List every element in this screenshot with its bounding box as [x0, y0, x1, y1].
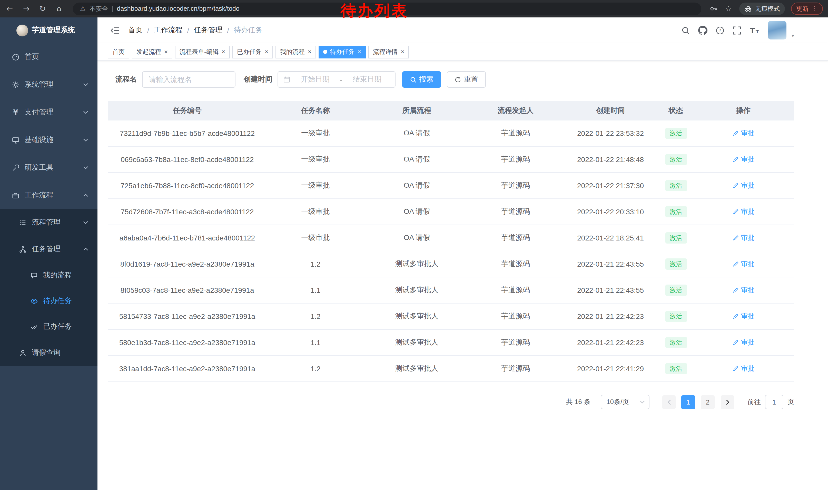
browser-menu-icon[interactable]: ⋮ — [812, 5, 818, 12]
page-number-1[interactable]: 1 — [681, 395, 695, 409]
tab-close-icon[interactable]: × — [358, 49, 361, 55]
help-icon[interactable]: ? — [716, 26, 724, 35]
approve-button[interactable]: 审批 — [732, 207, 754, 216]
create-time-cell: 2022-01-21 22:42:23 — [562, 303, 659, 329]
tab-close-icon[interactable]: × — [265, 49, 268, 55]
sidebar-collapse-icon[interactable] — [110, 26, 120, 35]
chevron-down-icon — [640, 401, 645, 404]
approve-button[interactable]: 审批 — [732, 260, 754, 269]
approve-button[interactable]: 审批 — [732, 312, 754, 321]
tab-label: 首页 — [112, 47, 125, 56]
tab-label: 待办任务 — [330, 47, 355, 56]
font-size-icon[interactable]: T T — [749, 26, 760, 35]
approve-button[interactable]: 审批 — [732, 181, 754, 190]
browser-reload-icon[interactable]: ↻ — [38, 4, 47, 13]
approve-button[interactable]: 审批 — [732, 129, 754, 138]
page: ← → ↻ ⌂ ⚠ 不安全 dashboard.yudao.iocoder.cn… — [0, 0, 828, 504]
tab-close-icon[interactable]: × — [164, 49, 168, 55]
sidebar-item-system[interactable]: 系统管理 — [0, 71, 97, 98]
search-icon[interactable] — [681, 26, 690, 35]
sidebar-item-task-management[interactable]: 任务管理 — [0, 236, 97, 263]
approve-button[interactable]: 审批 — [732, 233, 754, 242]
actions-cell: 审批 — [693, 199, 794, 225]
header-actions: ? T T ▾ — [681, 21, 828, 40]
tab-close-icon[interactable]: × — [222, 49, 225, 55]
task-name-cell: 1.2 — [267, 303, 364, 329]
approve-button[interactable]: 审批 — [732, 338, 754, 347]
tab-已办任务[interactable]: 已办任务× — [233, 45, 273, 58]
task-id-cell: 725a1eb6-7b88-11ec-8ef0-acde48001122 — [108, 173, 267, 199]
browser-home-icon[interactable]: ⌂ — [54, 4, 64, 13]
avatar-caret-icon[interactable]: ▾ — [792, 33, 794, 40]
sidebar-item-home[interactable]: 首页 — [0, 43, 97, 71]
create-time-cell: 2022-01-22 20:33:10 — [562, 199, 659, 225]
tab-close-icon[interactable]: × — [308, 49, 312, 55]
tab-流程表单-编辑[interactable]: 流程表单-编辑× — [175, 45, 230, 58]
sidebar-item-my-process[interactable]: 我的流程 — [0, 263, 97, 288]
approve-button[interactable]: 审批 — [732, 286, 754, 295]
date-range-picker[interactable]: 开始日期 - 结束日期 — [278, 71, 396, 88]
edit-pen-icon — [732, 339, 739, 346]
password-key-icon[interactable] — [709, 5, 718, 13]
page-number-2[interactable]: 2 — [701, 395, 715, 409]
active-tab-dot — [323, 50, 327, 54]
task-name-cell: 一级审批 — [267, 199, 364, 225]
tab-close-icon[interactable]: × — [401, 49, 404, 55]
page-size-select[interactable]: 10条/页 — [601, 395, 650, 409]
actions-cell: 审批 — [693, 329, 794, 356]
content: 流程名 创建时间 开始日期 - 结束日期 搜索 — [97, 71, 828, 409]
reset-button[interactable]: 重置 — [447, 71, 486, 88]
sidebar-item-devtools[interactable]: 研发工具 — [0, 154, 97, 182]
process-cell: 测试多审批人 — [364, 277, 469, 303]
tab-首页[interactable]: 首页 — [108, 45, 129, 58]
process-cell: OA 请假 — [364, 146, 469, 173]
tool-icon — [11, 164, 20, 172]
search-button[interactable]: 搜索 — [402, 71, 441, 88]
not-secure-icon: ⚠ — [80, 5, 86, 12]
github-icon[interactable] — [698, 26, 707, 35]
bookmark-star-icon[interactable]: ☆ — [724, 4, 733, 13]
fullscreen-icon[interactable] — [733, 26, 741, 35]
process-name-input[interactable] — [142, 71, 236, 88]
create-time-label: 创建时间 — [244, 75, 273, 84]
browser-actions: ☆ 无痕模式 更新 ⋮ — [709, 3, 823, 15]
status-cell: 激活 — [659, 121, 693, 146]
prev-page-button[interactable] — [662, 395, 676, 409]
sidebar-item-process-management[interactable]: 流程管理 — [0, 209, 97, 236]
approve-button[interactable]: 审批 — [732, 155, 754, 164]
user-avatar[interactable] — [768, 21, 786, 40]
next-page-button[interactable] — [721, 395, 734, 409]
sidebar-item-payment[interactable]: ¥ 支付管理 — [0, 98, 97, 126]
approve-button[interactable]: 审批 — [732, 364, 754, 373]
update-button[interactable]: 更新 ⋮ — [791, 3, 823, 15]
actions-cell: 审批 — [693, 121, 794, 146]
tab-我的流程[interactable]: 我的流程× — [276, 45, 316, 58]
app-logo[interactable]: 芋道管理系统 — [0, 17, 97, 43]
breadcrumb-item[interactable]: 工作流程 — [154, 26, 182, 35]
browser-forward-icon[interactable]: → — [22, 4, 31, 13]
sidebar-item-done-tasks[interactable]: 已办任务 — [0, 314, 97, 339]
breadcrumb-item[interactable]: 首页 — [128, 26, 142, 35]
actions-cell: 审批 — [693, 225, 794, 251]
breadcrumb-item[interactable]: 任务管理 — [194, 26, 223, 35]
task-id-cell: 58154733-7ac8-11ec-a9e2-a2380e71991a — [108, 303, 267, 329]
task-id-cell: 381aa1dd-7ac8-11ec-a9e2-a2380e71991a — [108, 356, 267, 382]
sidebar-item-infrastructure[interactable]: 基础设施 — [0, 126, 97, 154]
tab-发起流程[interactable]: 发起流程× — [132, 45, 172, 58]
task-name-cell: 一级审批 — [267, 146, 364, 173]
tab-流程详情[interactable]: 流程详情× — [368, 45, 409, 58]
table-header-row: 任务编号 任务名称 所属流程 流程发起人 创建时间 状态 操作 — [108, 101, 794, 121]
branch-icon — [18, 245, 27, 253]
sidebar-item-workflow[interactable]: 工作流程 — [0, 182, 97, 209]
sidebar-item-todo-tasks[interactable]: 待办任务 — [0, 288, 97, 314]
sidebar-item-label: 流程管理 — [32, 218, 60, 227]
breadcrumb-separator: / — [147, 26, 149, 34]
browser-back-icon[interactable]: ← — [5, 4, 14, 13]
col-create-time: 创建时间 — [562, 101, 659, 121]
goto-page-input[interactable] — [765, 395, 783, 409]
sidebar-item-leave-query[interactable]: 请假查询 — [0, 339, 97, 366]
tab-待办任务[interactable]: 待办任务× — [319, 45, 366, 58]
start-date-placeholder: 开始日期 — [292, 75, 338, 84]
process-cell: OA 请假 — [364, 173, 469, 199]
task-name-cell: 1.1 — [267, 329, 364, 356]
